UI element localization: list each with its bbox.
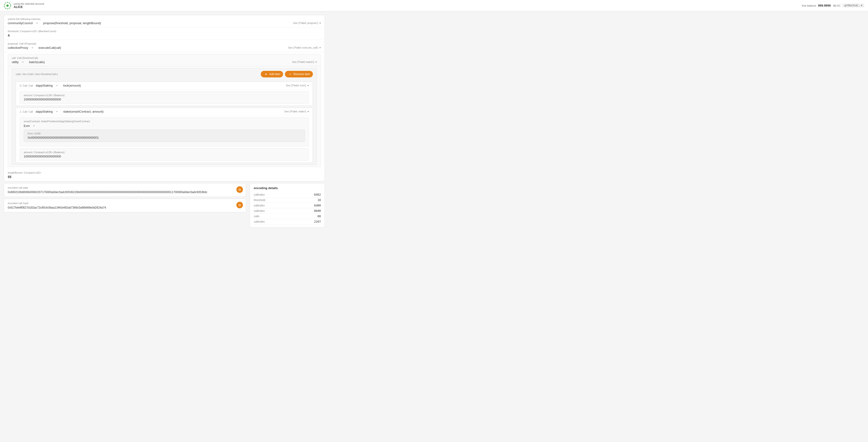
- extrinsic-see-link[interactable]: See ['Pallet::propose']. ▾: [293, 22, 321, 25]
- proposal-see-link[interactable]: See ['Pallet::execute_call']. ▾: [288, 46, 321, 49]
- remove-item-label: Remove item: [293, 72, 310, 76]
- encoded-call-hash-card: encoded call hash 0x517b4eff0627d182ac72…: [4, 199, 246, 212]
- evm-type-select[interactable]: Evm: [24, 124, 34, 128]
- call-0-see-link[interactable]: See ['Pallet::lock']. ▾: [286, 84, 309, 87]
- threshold-label: threshold: Compact<u32> (MemberCount): [8, 30, 321, 33]
- free-balance-value: 999.9999: [818, 4, 831, 7]
- bottom-section: encoded call data 0x6902106d000b00082207…: [4, 183, 325, 227]
- call-1-index: 1: Call: Call: [20, 110, 33, 113]
- call-item-1: 1: Call: Call dappStaking ▾ stake(smartC…: [16, 108, 313, 163]
- plus-icon: +: [264, 72, 268, 76]
- evm-type-wrapper[interactable]: Evm ▾: [24, 124, 34, 128]
- copy-encoded-hash-button[interactable]: ⧉: [236, 202, 243, 208]
- proposal-label: proposal: Call (Proposal): [8, 42, 321, 45]
- detail-key-5: callindex: [254, 220, 265, 223]
- detail-key-0: callindex: [254, 193, 265, 196]
- copy-hash-icon: ⧉: [239, 203, 241, 207]
- detail-key-4: calls: [254, 215, 259, 218]
- detail-row-5: callindex 2207: [254, 219, 321, 224]
- call-0-name: lock(amount): [63, 84, 284, 87]
- call-item-0: 0: Call: Call dappStaking ▾ lock(amount)…: [16, 82, 313, 106]
- encoded-call-hash-label: encoded call hash: [8, 202, 242, 204]
- call-item-1-header: 1: Call: Call dappStaking ▾ stake(smartC…: [16, 108, 313, 116]
- remove-item-button[interactable]: − Remove item: [285, 71, 313, 77]
- add-item-button[interactable]: + Add item: [261, 71, 283, 77]
- detail-val-1: 10: [317, 198, 321, 202]
- detail-val-3: 0b00: [314, 209, 321, 213]
- encoded-call-hash-value: 0x517b4eff0627d182ac72c85cfc0baa134fcb49…: [8, 206, 242, 209]
- call-1-param-amount: amount: Compact<u128> (Balance) 10000000…: [20, 148, 309, 161]
- encoding-details-card: encoding details callindex 6902 threshol…: [250, 183, 325, 227]
- pallet-select[interactable]: communityCouncil: [8, 21, 37, 25]
- evm-block: Evm: H160 0x0000000000000000000000000000…: [24, 129, 305, 142]
- encoded-call-data-value: 0x6902106d000b00082207170000a0dec5adc935…: [8, 190, 242, 194]
- encoded-call-data-label: encoded call data: [8, 186, 242, 189]
- minus-icon: −: [288, 72, 292, 76]
- call-1-amount-value: 1000000000000000000000: [24, 155, 305, 158]
- calls-btn-group: + Add item − Remove item: [261, 71, 313, 77]
- encoding-details-section: encoding details callindex 6902 threshol…: [250, 183, 325, 227]
- length-bound-block: lengthBound: Compact<u32> 55: [4, 169, 324, 181]
- call-0-pallet-wrapper[interactable]: dappStaking ▾: [36, 84, 58, 87]
- call-1-see-link[interactable]: See ['Pallet::stake']. ▾: [284, 110, 309, 113]
- extrinsic-row: communityCouncil ▾ propose(threshold, pr…: [8, 21, 321, 25]
- detail-key-3: callindex: [254, 209, 265, 213]
- call-1-pallet-select[interactable]: dappStaking: [36, 110, 58, 113]
- smart-contract-label: smartContract: AstarPrimitivesDappStakin…: [24, 120, 305, 123]
- evm-h160-label: Evm: H160: [28, 132, 301, 135]
- calls-block: calls: Vec<Call> (Vec<RuntimeCall>) + Ad…: [12, 68, 317, 165]
- calls-header: calls: Vec<Call> (Vec<RuntimeCall>) + Ad…: [12, 68, 317, 80]
- inner-call-label: call: Call (RuntimeCall): [12, 57, 317, 59]
- svg-point-1: [6, 4, 9, 7]
- detail-row-3: callindex 0b00: [254, 208, 321, 214]
- proposal-row: collectiveProxy ▾ executeCall(call) See …: [8, 46, 321, 50]
- call-0-amount-value: 1000000000000000000000: [24, 98, 305, 101]
- threshold-block: threshold: Compact<u32> (MemberCount) 4: [4, 27, 324, 40]
- detail-row-4: calls 08: [254, 214, 321, 219]
- detail-key-1: threshold: [254, 198, 265, 202]
- logo-icon: [4, 2, 11, 9]
- encoded-section: encoded call data 0x6902106d000b00082207…: [4, 183, 246, 227]
- length-bound-label: lengthBound: Compact<u32>: [8, 171, 321, 174]
- copy-encoded-data-button[interactable]: ⧉: [236, 186, 243, 193]
- call-0-index: 0: Call: Call: [20, 84, 33, 87]
- call-0-pallet-select[interactable]: dappStaking: [36, 84, 58, 87]
- smart-contract-block: smartContract: AstarPrimitivesDappStakin…: [20, 117, 309, 147]
- call-1-name: stake(smartContract, amount): [63, 110, 282, 113]
- evm-select-row: Evm ▾: [24, 124, 305, 128]
- detail-row-0: callindex 6902: [254, 192, 321, 197]
- call-1-amount-label: amount: Compact<u128> (Balance): [24, 151, 305, 154]
- detail-row-2: callindex 6d00: [254, 203, 321, 208]
- evm-h160-value: 0x00000000000000000000000000000000000000…: [28, 136, 301, 139]
- detail-val-5: 2207: [314, 220, 321, 223]
- header-left: using the selected account ALICE: [4, 2, 44, 9]
- detail-key-2: callindex: [254, 204, 265, 207]
- proposal-header: proposal: Call (Proposal) collectiveProx…: [4, 40, 324, 52]
- copy-icon: ⧉: [239, 188, 241, 192]
- header: using the selected account ALICE free ba…: [0, 0, 868, 11]
- extrinsic-card: submit the following extrinsic community…: [4, 15, 325, 181]
- account-name: ALICE: [13, 5, 44, 9]
- inner-pallet-select[interactable]: utility: [12, 60, 24, 64]
- main-content: submit the following extrinsic community…: [0, 11, 329, 231]
- using-text: using the selected account: [13, 2, 44, 5]
- inner-call-row: utility ▾ batch(calls) See ['Pallet::bat…: [12, 60, 317, 64]
- proposal-pallet-select[interactable]: collectiveProxy: [8, 46, 33, 50]
- header-account: using the selected account ALICE: [13, 2, 44, 9]
- encoded-call-data-card: encoded call data 0x6902106d000b00082207…: [4, 183, 246, 197]
- pallet-select-wrapper[interactable]: communityCouncil ▾: [8, 21, 37, 25]
- account-address[interactable]: ajYMsCKsE... ▾: [842, 3, 864, 7]
- proposal-block: proposal: Call (Proposal) collectiveProx…: [4, 40, 324, 167]
- inner-call-see-link[interactable]: See ['Pallet::batch']. ▾: [292, 61, 317, 64]
- proposal-pallet-wrapper[interactable]: collectiveProxy ▾: [8, 46, 33, 50]
- encoding-details-title: encoding details: [254, 186, 321, 190]
- extrinsic-call-name: propose(threshold, proposal, lengthBound…: [43, 21, 291, 25]
- call-1-pallet-wrapper[interactable]: dappStaking ▾: [36, 110, 58, 113]
- inner-call-header: call: Call (RuntimeCall) utility ▾ batch…: [8, 54, 321, 66]
- add-item-label: Add item: [269, 72, 280, 76]
- extrinsic-header: submit the following extrinsic community…: [4, 15, 324, 27]
- detail-val-2: 6d00: [314, 204, 321, 207]
- inner-pallet-wrapper[interactable]: utility ▾: [12, 60, 24, 64]
- encoding-details-rows: callindex 6902 threshold 10 callindex 6d…: [254, 192, 321, 224]
- balance-unit: MLOC: [833, 4, 840, 7]
